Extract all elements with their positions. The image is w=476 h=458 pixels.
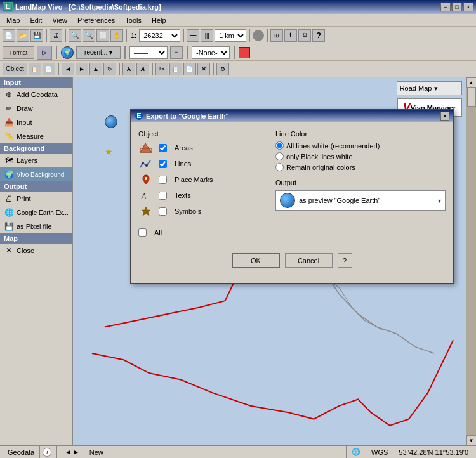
placemarks-checkbox[interactable]: [159, 176, 167, 184]
cut-icon[interactable]: ✂: [155, 63, 168, 75]
minimize-button[interactable]: −: [440, 3, 451, 11]
obj-icon1[interactable]: 📋: [29, 63, 41, 75]
object-row-symbols: Symbols: [138, 205, 265, 218]
texts-checkbox[interactable]: [159, 192, 167, 200]
help-button[interactable]: ?: [338, 253, 352, 268]
globe-icon[interactable]: 🌍: [61, 46, 74, 59]
window-controls[interactable]: − □ ×: [440, 3, 473, 11]
zoom-out-icon[interactable]: 🔍: [83, 29, 95, 42]
symbols-icon: [138, 205, 154, 218]
color-icon[interactable]: [239, 47, 250, 58]
scroll-up-button[interactable]: ▲: [466, 77, 477, 88]
texts-label: Texts: [175, 192, 191, 199]
info-icon[interactable]: ℹ: [284, 29, 297, 42]
new-icon[interactable]: 📄: [3, 29, 15, 42]
pointer-icon[interactable]: ▷: [37, 46, 52, 60]
sidebar-item-print[interactable]: 🖨 Print: [0, 192, 72, 206]
areas-icon: [138, 141, 154, 154]
copy-icon[interactable]: 📋: [169, 63, 182, 75]
scroll-track[interactable]: [466, 88, 476, 435]
lines-checkbox[interactable]: [159, 160, 167, 168]
menu-map[interactable]: Map: [1, 15, 25, 25]
font-icon[interactable]: A: [122, 63, 135, 75]
status-bar: Geodata i ◄ ► New 🌐 WGS 53°42.28'N 11°53…: [0, 445, 476, 458]
zoom-rect-icon[interactable]: ⬜: [96, 29, 109, 42]
sidebar-item-vivo-background[interactable]: 🌍 Vivo Background: [0, 167, 72, 181]
dialog-separator: [138, 223, 265, 223]
obj-icon2[interactable]: 📄: [43, 63, 55, 75]
dialog-buttons: OK Cancel ?: [138, 245, 446, 275]
sidebar-item-input[interactable]: 📥 Input: [0, 115, 72, 129]
format-icon[interactable]: Format: [3, 46, 34, 59]
unit-select[interactable]: 1 km: [215, 29, 246, 42]
symbols-checkbox[interactable]: [159, 207, 167, 216]
font2-icon[interactable]: A: [136, 63, 149, 75]
sidebar-item-add-geodata[interactable]: ⊕ Add Geodata: [0, 88, 72, 101]
line-style-select[interactable]: ——: [129, 46, 168, 59]
add-geodata-icon: ⊕: [4, 89, 14, 100]
output-value-text: as preview "Google Earth": [299, 197, 434, 204]
help-icon2[interactable]: ?: [312, 29, 325, 42]
all-checkbox[interactable]: [138, 228, 147, 237]
areas-checkbox[interactable]: [159, 144, 167, 152]
none-select[interactable]: -None-: [192, 46, 230, 59]
sidebar-item-measure[interactable]: 📏 Measure: [0, 129, 72, 143]
config-icon[interactable]: ⚙: [298, 29, 311, 42]
sidebar-item-google-earth[interactable]: 🌐 Google Earth Ex...: [0, 206, 72, 219]
menu-bar: Map Edit View Preferences Tools Help: [0, 14, 476, 27]
toggle-icon[interactable]: [253, 30, 264, 41]
arrow-right-icon[interactable]: ►: [76, 63, 88, 75]
menu-tools[interactable]: Tools: [120, 15, 147, 25]
line-weight-icon[interactable]: ≡: [170, 46, 183, 59]
scroll-down-button[interactable]: ▼: [466, 435, 477, 445]
prop-icon[interactable]: ⚙: [216, 63, 229, 75]
all-label: All: [154, 229, 162, 237]
output-select-row[interactable]: as preview "Google Earth" ▾: [275, 190, 446, 211]
sidebar-item-draw[interactable]: ✏ Draw: [0, 101, 72, 115]
menu-view[interactable]: View: [47, 15, 72, 25]
sep9: [187, 46, 188, 59]
menu-help[interactable]: Help: [147, 15, 171, 25]
pan-icon[interactable]: ✋: [110, 29, 123, 42]
scroll-thumb[interactable]: [467, 88, 476, 107]
paste-icon[interactable]: 📄: [183, 63, 196, 75]
rotate-icon[interactable]: ↻: [103, 63, 116, 75]
radio-all-white[interactable]: [275, 141, 284, 150]
ruler2-icon[interactable]: |||: [201, 29, 213, 42]
save-icon[interactable]: 💾: [30, 29, 43, 42]
sep1: [46, 29, 47, 42]
close-button[interactable]: ×: [463, 3, 473, 11]
toolbar-2: Format ▷ 🌍 recent... ▾ —— ≡ -None-: [0, 44, 476, 61]
open-icon[interactable]: 📂: [17, 29, 29, 42]
radio-original[interactable]: [275, 163, 284, 171]
radio-all-white-label: All lines white (recommended): [286, 142, 380, 150]
georef-icon[interactable]: ⊞: [270, 29, 283, 42]
print-icon[interactable]: 🖨: [50, 29, 62, 42]
svg-marker-21: [142, 207, 150, 216]
ruler-icon[interactable]: ━━: [187, 29, 199, 42]
radio-black-white[interactable]: [275, 152, 284, 160]
object-btn[interactable]: Object: [3, 63, 27, 75]
arrow-up-icon[interactable]: ▲: [89, 63, 102, 75]
zoom-in-icon[interactable]: 🔍: [69, 29, 81, 42]
svg-point-17: [142, 162, 144, 164]
placemarks-label: Place Marks: [175, 176, 213, 183]
scrollbar-right: ▲ ▼: [466, 77, 476, 445]
cancel-button[interactable]: Cancel: [285, 253, 333, 268]
dialog-close-button[interactable]: ×: [440, 112, 449, 121]
scale-select[interactable]: 26232: [139, 29, 180, 42]
ok-button[interactable]: OK: [232, 253, 280, 268]
maximize-button[interactable]: □: [452, 3, 462, 11]
window-title: LandMap Vivo - [C:\Softpedia\Softpedia.k…: [15, 3, 161, 11]
arrow-left-icon[interactable]: ◄: [62, 63, 74, 75]
sidebar-item-pixel-file[interactable]: 💾 as Pixel file: [0, 219, 72, 233]
recent-select[interactable]: recent... ▾: [76, 46, 121, 59]
info-button[interactable]: i: [43, 448, 51, 457]
object-row-lines: Lines: [138, 157, 265, 170]
menu-edit[interactable]: Edit: [25, 15, 47, 25]
sidebar-item-layers[interactable]: 🗺 Layers: [0, 154, 72, 167]
delete-icon[interactable]: ✕: [197, 63, 210, 75]
sidebar-item-close[interactable]: ✕ Close: [0, 244, 72, 258]
menu-preferences[interactable]: Preferences: [72, 15, 120, 25]
dialog-title-bar: E Export to "Google Earth" ×: [131, 110, 453, 122]
